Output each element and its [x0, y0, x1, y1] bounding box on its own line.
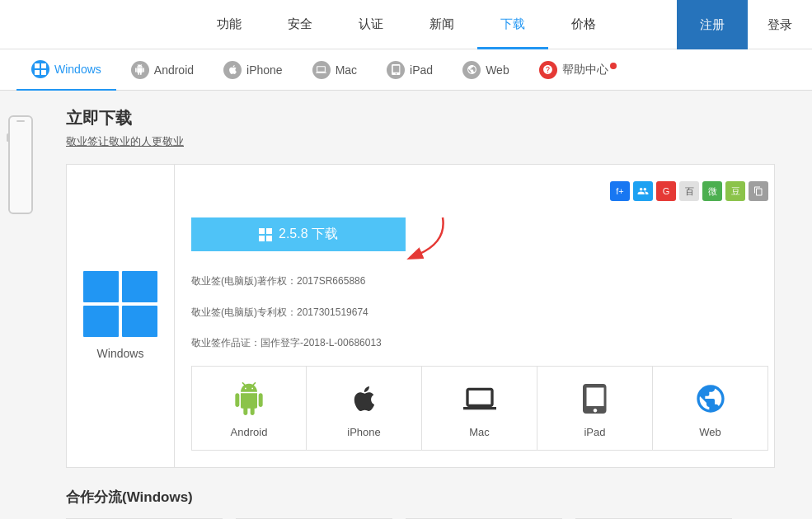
- download-right: f+ G 百 微 豆: [175, 165, 785, 467]
- ipad-label: iPad: [584, 426, 605, 438]
- share-google[interactable]: G: [656, 181, 676, 201]
- platform-icons-row: Android iPhone: [191, 366, 768, 451]
- license-line1: 敬业签(电脑版)著作权：2017SR665886: [191, 273, 768, 291]
- svg-rect-1: [41, 63, 46, 68]
- help-badge: [610, 63, 617, 69]
- mac-tab-icon: [312, 61, 331, 79]
- phone-mockup: [8, 115, 33, 214]
- win-block-tr: [122, 271, 157, 302]
- download-button[interactable]: 2.5.8 下载: [191, 217, 406, 251]
- win-icon-small: [259, 228, 272, 241]
- wb-tl: [259, 228, 265, 234]
- platform-tabs: Windows Android iPhone Mac i: [0, 49, 812, 91]
- share-icons: f+ G 百 微 豆: [610, 181, 768, 201]
- platform-mac[interactable]: Mac: [422, 366, 537, 451]
- windows-icon: [31, 60, 49, 78]
- top-navigation: 功能 安全 认证 新闻 下载 价格 注册 登录: [0, 0, 812, 49]
- login-button[interactable]: 登录: [748, 0, 812, 49]
- ipad-tab-icon: [387, 61, 405, 79]
- share-facebook[interactable]: f+: [610, 181, 630, 201]
- svg-rect-2: [35, 70, 40, 75]
- platform-android[interactable]: Android: [191, 366, 307, 451]
- platform-web[interactable]: Web: [653, 366, 768, 451]
- tab-iphone[interactable]: iPhone: [209, 49, 298, 91]
- nav-auth[interactable]: 认证: [336, 0, 406, 49]
- windows-logo: [83, 271, 157, 337]
- svg-rect-0: [35, 63, 40, 68]
- mac-label: Mac: [469, 426, 490, 438]
- nav-security[interactable]: 安全: [265, 0, 336, 49]
- web-label: Web: [699, 426, 721, 438]
- nav-items: 功能 安全 认证 新闻 下载 价格: [194, 0, 619, 49]
- ipad-icon: [575, 378, 616, 419]
- wb-bl: [259, 236, 265, 241]
- platform-ipad[interactable]: iPad: [537, 366, 653, 451]
- download-button-wrapper: 2.5.8 下载: [191, 217, 406, 261]
- nav-news[interactable]: 新闻: [406, 0, 477, 49]
- tab-mac[interactable]: Mac: [298, 49, 372, 91]
- subtitle-link[interactable]: 敬业签让敬业的人更敬业: [66, 135, 184, 147]
- nav-features[interactable]: 功能: [194, 0, 265, 49]
- iphone-label: iPhone: [347, 426, 380, 438]
- android-label: Android: [231, 426, 268, 438]
- wb-tr: [266, 228, 272, 234]
- tab-help[interactable]: 帮助中心: [524, 49, 631, 91]
- license-line3: 敬业签作品证：国作登字-2018-L-00686013: [191, 334, 768, 353]
- windows-label: Windows: [97, 347, 144, 360]
- main-content: 立即下载 敬业签让敬业的人更敬业 Windows f+: [0, 91, 812, 519]
- win-block-bl: [83, 306, 119, 337]
- phone-button: [7, 133, 9, 142]
- share-twitter[interactable]: [633, 181, 653, 201]
- tab-android[interactable]: Android: [116, 49, 209, 91]
- license-line2: 敬业签(电脑版)专利权：2017301519674: [191, 304, 768, 322]
- tab-windows[interactable]: Windows: [16, 49, 116, 91]
- nav-download[interactable]: 下载: [477, 0, 548, 49]
- nav-price[interactable]: 价格: [548, 0, 619, 49]
- iphone-icon: [344, 378, 385, 419]
- partner-title: 合作分流(Windows): [66, 488, 787, 507]
- register-button[interactable]: 注册: [677, 0, 748, 49]
- share-baidu[interactable]: 百: [679, 181, 699, 201]
- section-subtitle: 敬业签让敬业的人更敬业: [66, 134, 787, 149]
- license-area: 敬业签(电脑版)著作权：2017SR665886 敬业签(电脑版)专利权：201…: [191, 273, 768, 353]
- download-box: Windows f+ G 百 微 豆: [66, 164, 775, 468]
- share-wechat[interactable]: 微: [702, 181, 722, 201]
- android-tab-icon: [131, 61, 149, 79]
- share-link[interactable]: [749, 181, 768, 201]
- nav-right: 注册 登录: [677, 0, 812, 49]
- tab-ipad[interactable]: iPad: [372, 49, 448, 91]
- win-block-tl: [83, 271, 119, 302]
- platform-iphone[interactable]: iPhone: [307, 366, 422, 451]
- svg-rect-3: [41, 70, 46, 75]
- iphone-tab-icon: [223, 61, 242, 79]
- web-tab-icon: [462, 61, 481, 79]
- windows-logo-area: Windows: [67, 165, 175, 467]
- win-block-br: [122, 306, 157, 337]
- share-dou[interactable]: 豆: [725, 181, 745, 201]
- content-area: 立即下载 敬业签让敬业的人更敬业 Windows f+: [41, 91, 812, 519]
- partner-section: 合作分流(Windows) 360安全下载: [66, 488, 787, 519]
- red-arrow: [401, 213, 451, 271]
- help-icon: [539, 61, 557, 79]
- section-title: 立即下载: [66, 107, 787, 129]
- android-icon: [228, 378, 270, 419]
- side-phone: [0, 91, 41, 519]
- wb-br: [266, 236, 272, 241]
- mac-icon: [459, 378, 500, 419]
- web-icon: [690, 378, 731, 419]
- tab-web[interactable]: Web: [448, 49, 524, 91]
